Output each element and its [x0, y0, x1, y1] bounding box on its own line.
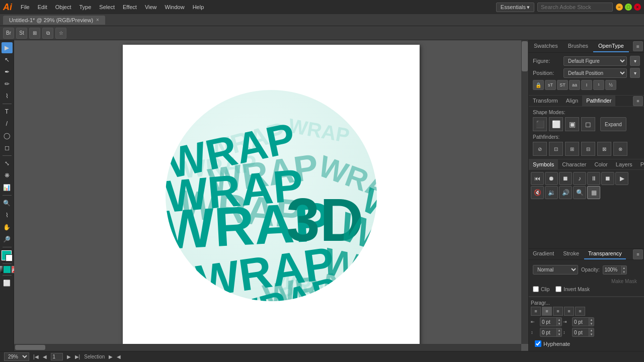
- figure-dropdown-icon[interactable]: ▾: [630, 56, 640, 66]
- expand-button[interactable]: Expand: [600, 117, 626, 131]
- blob-brush-tool[interactable]: ⌇: [2, 90, 13, 102]
- sym-btn-stop[interactable]: ⏹: [559, 172, 572, 185]
- minus-front-btn[interactable]: ⬜: [549, 117, 563, 131]
- align-left-icon[interactable]: ≡: [531, 307, 541, 316]
- sym-btn-stop2[interactable]: ⏹: [601, 172, 614, 185]
- sym-tab-properties[interactable]: Properties: [636, 159, 644, 169]
- menu-view[interactable]: View: [141, 3, 160, 11]
- crop-btn[interactable]: ⊟: [581, 142, 595, 156]
- menu-file[interactable]: File: [17, 3, 33, 11]
- grid-icon-btn[interactable]: ⊞: [29, 28, 40, 39]
- sub-tab-pathfinder[interactable]: Pathfinder: [582, 96, 615, 106]
- page-input[interactable]: [51, 353, 63, 360]
- close-button[interactable]: ×: [634, 4, 641, 11]
- sym-btn-rewind[interactable]: ⏮: [531, 172, 544, 185]
- make-mask-button[interactable]: Make Mask: [608, 278, 640, 285]
- divide-btn[interactable]: ⊘: [533, 142, 547, 156]
- symbol-tool[interactable]: ❋: [2, 170, 13, 181]
- sym-btn-record[interactable]: ⏺: [545, 172, 558, 185]
- sym-btn-grid[interactable]: ▦: [587, 186, 600, 199]
- menu-help[interactable]: Help: [189, 3, 208, 11]
- space-after-down[interactable]: ▼: [589, 332, 594, 336]
- tab-opentype[interactable]: OpenType: [593, 40, 629, 52]
- space-before-input[interactable]: [540, 329, 556, 336]
- transp-menu-icon[interactable]: ≡: [633, 249, 643, 259]
- sym-btn-pause[interactable]: ⏸: [587, 172, 600, 185]
- shape-tool2[interactable]: ◻: [2, 142, 13, 153]
- grad-tab-gradient[interactable]: Gradient: [529, 249, 558, 259]
- grad-tab-stroke[interactable]: Stroke: [559, 249, 583, 259]
- transform-tool[interactable]: ⤡: [2, 158, 13, 169]
- color-swatch[interactable]: [4, 266, 11, 273]
- sub-tab-align[interactable]: Align: [562, 96, 582, 106]
- align-center-icon[interactable]: ≡: [542, 307, 552, 316]
- align-right-icon[interactable]: ≡: [553, 307, 563, 316]
- clip-checkbox[interactable]: [533, 286, 539, 292]
- nav-last[interactable]: ▶|: [75, 354, 80, 359]
- zoom-select[interactable]: 29%: [4, 352, 29, 361]
- menu-edit[interactable]: Edit: [34, 3, 51, 11]
- stroke-swatch[interactable]: [6, 254, 13, 261]
- maximize-button[interactable]: □: [625, 4, 632, 11]
- arrange-icon-btn[interactable]: ⧉: [42, 28, 53, 39]
- nav-back[interactable]: ◀: [117, 354, 121, 359]
- type-tool[interactable]: T: [2, 106, 13, 117]
- type-icon-4[interactable]: aa: [569, 80, 580, 90]
- outline-btn[interactable]: ⊠: [597, 142, 611, 156]
- measure-tool[interactable]: ⌇: [2, 210, 13, 221]
- nav-next[interactable]: ▶: [67, 354, 71, 359]
- sub-panel-menu[interactable]: ≡: [633, 96, 643, 106]
- type-icon-7[interactable]: ½: [605, 80, 616, 90]
- horizontal-scrollbar[interactable]: [14, 344, 521, 351]
- shape-tool[interactable]: ◯: [2, 130, 13, 141]
- vertical-scrollbar[interactable]: [521, 40, 528, 344]
- menu-object[interactable]: Object: [52, 3, 75, 11]
- search-input[interactable]: [537, 3, 613, 12]
- tab-swatches[interactable]: Swatches: [529, 40, 563, 52]
- canvas-area[interactable]: WRAP WRAP WRAP WRAP WRAP WRAP WRAP WRAP …: [14, 40, 528, 351]
- type-icon-3[interactable]: ST: [557, 80, 568, 90]
- minimize-button[interactable]: −: [616, 4, 623, 11]
- position-dropdown-icon[interactable]: ▾: [630, 68, 640, 78]
- pen-tool[interactable]: ✒: [2, 66, 13, 77]
- select-tool[interactable]: ▶: [2, 42, 13, 53]
- essentials-button[interactable]: Essentials ▾: [496, 3, 534, 12]
- stock-icon-btn[interactable]: St: [16, 28, 27, 39]
- trim-btn[interactable]: ⊡: [549, 142, 563, 156]
- document-tab[interactable]: Untitled-1* @ 29% (RGB/Preview) ×: [3, 16, 105, 25]
- line-tool[interactable]: /: [2, 118, 13, 129]
- indent-left-up[interactable]: ▲: [556, 318, 561, 322]
- sym-btn-music[interactable]: ♪: [573, 172, 586, 185]
- type-icon-2[interactable]: sT: [545, 80, 556, 90]
- sym-tab-character[interactable]: Character: [558, 159, 590, 169]
- type-icon-1[interactable]: 🔒: [533, 80, 544, 90]
- sym-btn-search[interactable]: 🔍: [573, 186, 586, 199]
- opacity-input[interactable]: [603, 266, 621, 274]
- sym-btn-vol-up[interactable]: 🔊: [559, 186, 572, 199]
- pencil-tool[interactable]: ✏: [2, 78, 13, 89]
- unite-btn[interactable]: ⬛: [533, 117, 547, 131]
- justify-icon[interactable]: ≡: [564, 307, 574, 316]
- merge-btn[interactable]: ⊞: [565, 142, 579, 156]
- graph-tool[interactable]: 📊: [2, 182, 13, 193]
- extra-icon-btn[interactable]: ☆: [55, 28, 66, 39]
- space-after-up[interactable]: ▲: [589, 328, 594, 332]
- sym-tab-color[interactable]: Color: [590, 159, 611, 169]
- indent-right-input[interactable]: [573, 318, 589, 326]
- sym-btn-vol-down[interactable]: 🔉: [545, 186, 558, 199]
- figure-select[interactable]: Default Figure: [564, 56, 627, 66]
- opacity-down-arrow[interactable]: ▼: [621, 270, 626, 274]
- tab-close-icon[interactable]: ×: [96, 17, 99, 23]
- artboard-tool[interactable]: ⬜: [2, 278, 13, 289]
- direct-select-tool[interactable]: ↖: [2, 54, 13, 65]
- indent-right-up[interactable]: ▲: [589, 318, 594, 322]
- nav-prev[interactable]: ◀: [43, 354, 47, 359]
- exclude-btn[interactable]: ◻: [581, 117, 595, 131]
- hyphenate-checkbox[interactable]: [535, 340, 541, 347]
- eyedropper-tool[interactable]: 🔍: [2, 198, 13, 209]
- sub-tab-transform[interactable]: Transform: [529, 96, 562, 106]
- sym-tab-layers[interactable]: Layers: [612, 159, 636, 169]
- menu-effect[interactable]: Effect: [119, 3, 140, 11]
- type-icon-5[interactable]: I: [581, 80, 592, 90]
- sym-btn-play[interactable]: ▶: [615, 172, 628, 185]
